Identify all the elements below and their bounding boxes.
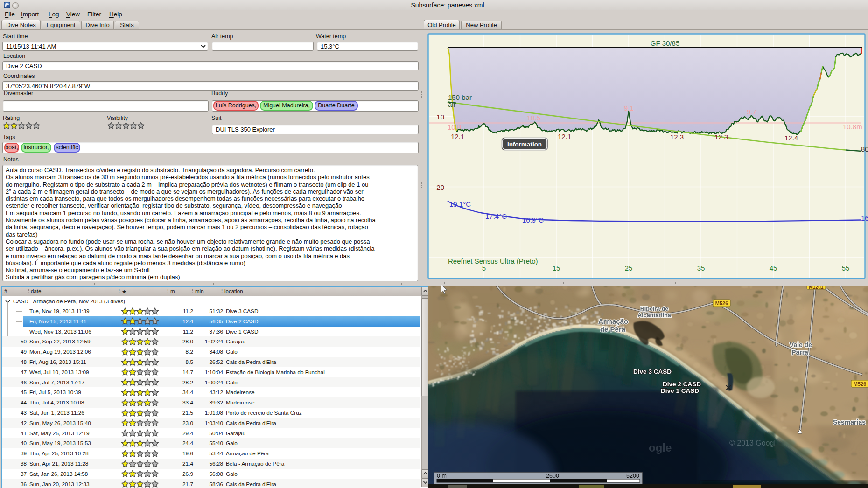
svg-text:Vale de: Vale de (790, 341, 812, 349)
svg-text:10.5: 10.5 (527, 114, 540, 122)
svg-text:de Pèra: de Pèra (600, 325, 626, 333)
svg-text:Dive 3 CASD: Dive 3 CASD (633, 368, 672, 375)
svg-text:12.1: 12.1 (558, 132, 571, 140)
svg-text:M526: M526 (715, 300, 728, 306)
svg-text:M526: M526 (854, 381, 867, 387)
svg-text:12.3: 12.3 (670, 133, 684, 141)
svg-text:25: 25 (625, 264, 633, 272)
svg-text:M12ü1: M12ü1 (809, 286, 824, 290)
svg-text:20: 20 (436, 183, 444, 191)
svg-text:9.7: 9.7 (747, 108, 756, 116)
svg-text:10.8m: 10.8m (843, 123, 862, 131)
svg-text:Sesmarias: Sesmarias (833, 418, 866, 426)
svg-text:Reefnet Sensus Ultra (Preto): Reefnet Sensus Ultra (Preto) (448, 257, 538, 265)
svg-text:GF 30/85: GF 30/85 (651, 39, 680, 47)
svg-text:45: 45 (770, 264, 777, 272)
svg-text:12.1: 12.1 (451, 132, 464, 140)
svg-text:Armação: Armação (598, 317, 628, 325)
svg-text:5: 5 (482, 264, 486, 272)
svg-text:5200: 5200 (626, 473, 639, 479)
svg-text:12.4: 12.4 (784, 134, 798, 142)
svg-text:80: 80 (861, 145, 868, 153)
svg-text:15: 15 (553, 264, 560, 272)
svg-text:12.3: 12.3 (714, 133, 728, 141)
svg-text:9.1: 9.1 (624, 104, 634, 112)
svg-text:55: 55 (842, 264, 850, 272)
svg-text:Ribeira de: Ribeira de (640, 306, 668, 312)
svg-text:Dive 1 CASD: Dive 1 CASD (661, 387, 699, 394)
svg-text:19.1°C: 19.1°C (449, 200, 471, 208)
svg-text:16.9°C: 16.9°C (522, 216, 544, 224)
svg-text:Parra: Parra (791, 349, 808, 356)
svg-text:Dive 2 CASD: Dive 2 CASD (663, 381, 701, 388)
svg-text:35: 35 (697, 264, 705, 272)
svg-text:16: 16 (861, 214, 868, 222)
svg-text:17.4°C: 17.4°C (485, 212, 507, 220)
svg-text:Alcantarilha: Alcantarilha (637, 312, 672, 319)
svg-text:ogle: ogle (649, 441, 672, 454)
svg-text:© 2013 Googl: © 2013 Googl (729, 439, 776, 447)
svg-text:0 m: 0 m (437, 473, 447, 479)
svg-text:Information: Information (507, 141, 542, 148)
svg-text:2600: 2600 (546, 473, 559, 479)
svg-text:air: air (448, 100, 456, 108)
svg-text:10: 10 (436, 113, 444, 121)
